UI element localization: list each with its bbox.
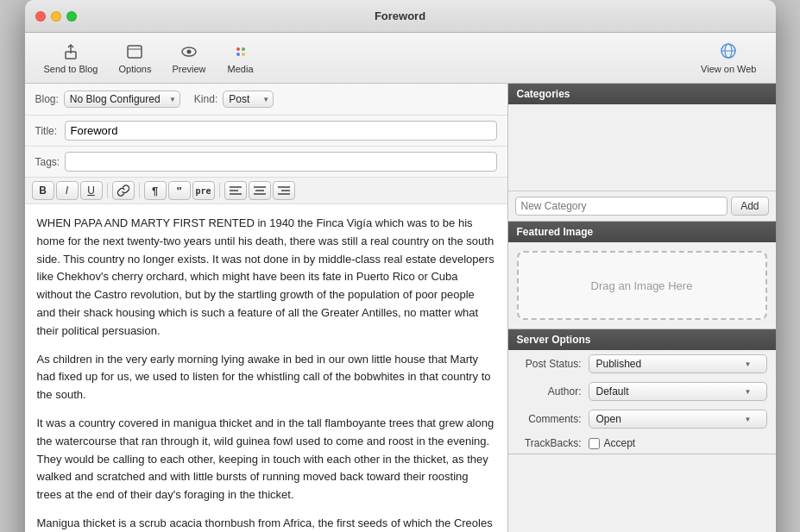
app-window: Foreword Send to Blog Options bbox=[25, 0, 776, 532]
view-on-web-button[interactable]: View on Web bbox=[692, 38, 765, 78]
trackbacks-label: TrackBacks: bbox=[517, 437, 582, 449]
svg-point-5 bbox=[236, 47, 240, 51]
svg-point-7 bbox=[236, 53, 240, 56]
accept-label: Accept bbox=[604, 437, 636, 449]
comments-select-wrapper: Open Closed bbox=[589, 410, 767, 429]
meta-bar: Blog: No Blog Configured Kind: Post Page bbox=[25, 84, 507, 116]
svg-point-6 bbox=[242, 47, 245, 51]
toolbar: Send to Blog Options Preview bbox=[25, 33, 776, 84]
post-status-row: Post Status: Published Draft Pending Rev… bbox=[508, 350, 776, 378]
featured-image-section: Featured Image Drag an Image Here bbox=[508, 222, 776, 329]
bold-button[interactable]: B bbox=[32, 181, 54, 200]
options-button[interactable]: Options bbox=[110, 38, 161, 78]
new-category-input[interactable] bbox=[515, 197, 728, 216]
main-area: Blog: No Blog Configured Kind: Post Page bbox=[25, 84, 776, 532]
kind-select-wrapper: Post Page bbox=[223, 91, 274, 108]
categories-content bbox=[508, 104, 776, 191]
categories-section: Categories Add bbox=[508, 84, 776, 222]
author-label: Author: bbox=[517, 385, 582, 397]
blog-label: Blog: bbox=[35, 93, 59, 105]
post-status-select[interactable]: Published Draft Pending Review bbox=[589, 354, 767, 373]
kind-select[interactable]: Post Page bbox=[223, 91, 274, 108]
fmt-sep-3 bbox=[219, 183, 220, 198]
trackbacks-row: TrackBacks: Accept bbox=[508, 433, 776, 454]
send-to-blog-icon bbox=[60, 41, 81, 62]
fmt-sep-1 bbox=[107, 183, 108, 198]
tags-label: Tags: bbox=[35, 156, 60, 168]
close-button[interactable] bbox=[35, 11, 46, 22]
svg-rect-1 bbox=[128, 46, 142, 58]
editor-paragraph-1: WHEN PAPA AND MARTY FIRST RENTED in 1940… bbox=[37, 215, 495, 341]
post-status-select-wrapper: Published Draft Pending Review bbox=[589, 354, 767, 373]
editor-paragraph-4: Manigua thicket is a scrub acacia thornb… bbox=[37, 515, 495, 532]
tags-input[interactable] bbox=[65, 152, 496, 172]
maximize-button[interactable] bbox=[66, 11, 77, 22]
window-title: Foreword bbox=[375, 9, 425, 22]
preview-button[interactable]: Preview bbox=[163, 38, 214, 78]
server-options-section: Server Options Post Status: Published Dr… bbox=[508, 329, 776, 454]
kind-field: Kind: Post Page bbox=[194, 91, 274, 108]
svg-point-4 bbox=[186, 50, 191, 54]
view-on-web-icon bbox=[719, 41, 738, 62]
blog-select-wrapper: No Blog Configured bbox=[64, 91, 180, 108]
format-toolbar: B I U ¶ " pre bbox=[25, 178, 507, 204]
comments-select[interactable]: Open Closed bbox=[589, 410, 767, 429]
paragraph-button[interactable]: ¶ bbox=[144, 181, 167, 200]
link-button[interactable] bbox=[112, 181, 135, 200]
title-label: Title: bbox=[35, 125, 60, 137]
right-panel: Categories Add Featured Image Drag an Im… bbox=[508, 84, 776, 532]
media-button[interactable]: Media bbox=[218, 38, 263, 78]
image-drop-zone[interactable]: Drag an Image Here bbox=[517, 251, 767, 320]
media-icon bbox=[230, 41, 251, 62]
categories-header: Categories bbox=[508, 84, 776, 104]
featured-image-header: Featured Image bbox=[508, 222, 776, 242]
blog-select[interactable]: No Blog Configured bbox=[64, 91, 180, 108]
comments-row: Comments: Open Closed bbox=[508, 405, 776, 433]
new-category-row: Add bbox=[508, 191, 776, 221]
author-select-wrapper: Default bbox=[589, 382, 767, 401]
add-category-button[interactable]: Add bbox=[731, 197, 768, 216]
author-row: Author: Default bbox=[508, 378, 776, 405]
post-status-label: Post Status: bbox=[517, 358, 582, 370]
titlebar: Foreword bbox=[25, 0, 776, 33]
quote-button[interactable]: " bbox=[168, 181, 191, 200]
svg-point-8 bbox=[242, 53, 245, 56]
align-right-button[interactable] bbox=[273, 181, 295, 200]
minimize-button[interactable] bbox=[51, 11, 61, 22]
tags-row: Tags: bbox=[25, 147, 507, 178]
accept-checkbox-area: Accept bbox=[589, 437, 636, 449]
traffic-lights bbox=[35, 11, 77, 22]
left-panel: Blog: No Blog Configured Kind: Post Page bbox=[25, 84, 508, 532]
options-icon bbox=[124, 41, 145, 62]
fmt-sep-2 bbox=[139, 183, 140, 198]
blog-field: Blog: No Blog Configured bbox=[35, 91, 180, 108]
title-row: Title: bbox=[25, 116, 507, 147]
accept-checkbox[interactable] bbox=[589, 438, 600, 449]
underline-button[interactable]: U bbox=[80, 181, 103, 200]
editor-paragraph-3: It was a country covered in manigua thic… bbox=[37, 415, 495, 504]
editor-area[interactable]: WHEN PAPA AND MARTY FIRST RENTED in 1940… bbox=[25, 204, 507, 532]
align-left-button[interactable] bbox=[224, 181, 247, 200]
server-options-header: Server Options bbox=[508, 329, 776, 350]
drop-zone-label: Drag an Image Here bbox=[591, 279, 693, 292]
kind-label: Kind: bbox=[194, 93, 217, 105]
comments-label: Comments: bbox=[517, 413, 582, 425]
align-center-button[interactable] bbox=[249, 181, 271, 200]
preview-icon bbox=[179, 41, 199, 62]
send-to-blog-button[interactable]: Send to Blog bbox=[35, 38, 107, 78]
author-select[interactable]: Default bbox=[589, 382, 767, 401]
editor-paragraph-2: As children in the very early morning ly… bbox=[37, 351, 495, 404]
title-input[interactable] bbox=[65, 121, 497, 141]
code-button[interactable]: pre bbox=[192, 181, 215, 200]
italic-button[interactable]: I bbox=[56, 181, 79, 200]
